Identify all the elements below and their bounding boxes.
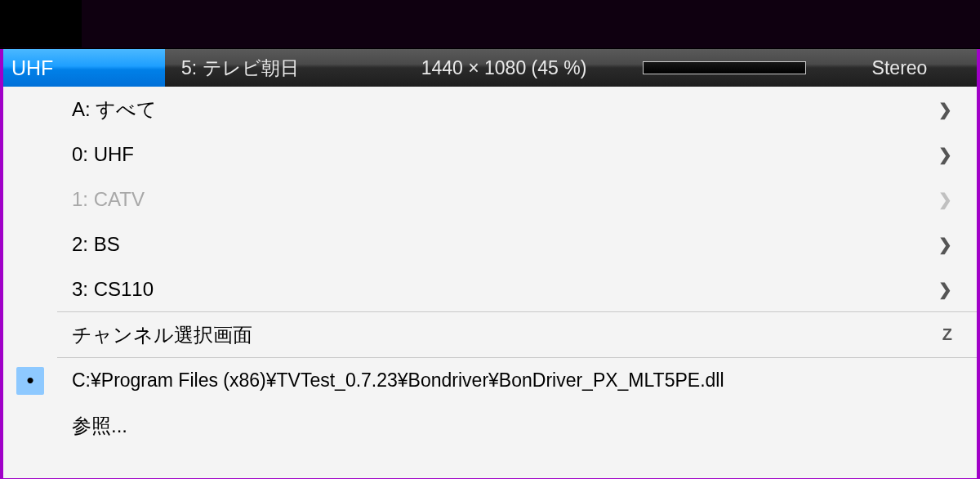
menu-item-label: 0: UHF: [57, 143, 938, 166]
menu-icon-col: [3, 266, 57, 311]
shortcut-key: Z: [942, 325, 952, 344]
menu-icon-col: [3, 177, 57, 222]
chevron-right-icon: ❯: [938, 100, 952, 119]
menu-icon-col: •: [3, 358, 57, 403]
menu-item-label: 参照...: [57, 413, 952, 439]
titlebar-area: [0, 0, 980, 49]
chevron-right-icon: ❯: [938, 145, 952, 164]
menu-item-uhf[interactable]: 0: UHF ❯: [3, 132, 977, 177]
menu-icon-col: [3, 403, 57, 448]
channel-indicator[interactable]: 5: テレビ朝日: [165, 56, 381, 81]
menu-icon-col: [3, 312, 57, 357]
menu-item-label: チャンネル選択画面: [57, 322, 942, 348]
tuner-dropdown-menu: A: すべて ❯ 0: UHF ❯ 1: CATV ❯ 2: BS ❯ 3: C…: [3, 87, 977, 478]
app-frame: UHF 5: テレビ朝日 1440 × 1080 (45 %) Stereo A…: [0, 49, 980, 479]
titlebar-block: [0, 0, 82, 47]
menu-item-label: A: すべて: [57, 96, 938, 123]
chevron-right-icon: ❯: [938, 235, 952, 254]
menu-item-label: 1: CATV: [57, 188, 938, 211]
menu-icon-col: [3, 87, 57, 132]
menu-item-channel-select[interactable]: チャンネル選択画面 Z: [3, 312, 977, 357]
radio-selected-icon: •: [16, 367, 44, 395]
menu-item-label: C:¥Program Files (x86)¥TVTest_0.7.23¥Bon…: [57, 369, 952, 392]
menu-item-driver-path[interactable]: • C:¥Program Files (x86)¥TVTest_0.7.23¥B…: [3, 358, 977, 403]
status-bar: UHF 5: テレビ朝日 1440 × 1080 (45 %) Stereo: [3, 49, 977, 87]
audio-mode[interactable]: Stereo: [822, 57, 977, 79]
menu-item-bs[interactable]: 2: BS ❯: [3, 222, 977, 266]
chevron-right-icon: ❯: [938, 190, 952, 209]
menu-icon-col: [3, 132, 57, 177]
tuner-selector[interactable]: UHF: [3, 49, 165, 87]
menu-item-label: 3: CS110: [57, 278, 938, 301]
menu-item-all[interactable]: A: すべて ❯: [3, 87, 977, 132]
menu-item-label: 2: BS: [57, 233, 938, 256]
menu-icon-col: [3, 222, 57, 266]
menu-item-cs110[interactable]: 3: CS110 ❯: [3, 266, 977, 311]
chevron-right-icon: ❯: [938, 280, 952, 299]
menu-item-browse[interactable]: 参照...: [3, 403, 977, 448]
resolution-indicator: 1440 × 1080 (45 %): [381, 57, 626, 79]
menu-item-catv: 1: CATV ❯: [3, 177, 977, 222]
signal-meter: [643, 61, 806, 74]
signal-meter-wrap: [626, 61, 822, 74]
